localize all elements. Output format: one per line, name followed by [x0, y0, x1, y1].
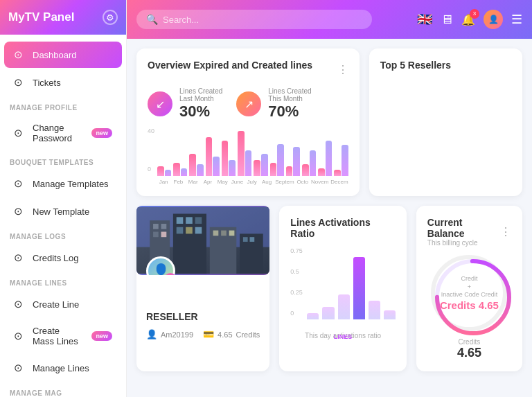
settings-icon[interactable]: ⚙ — [103, 10, 118, 25]
bar-pink-8 — [286, 166, 293, 176]
balance-title: Current Balance — [427, 217, 500, 239]
svg-rect-16 — [221, 231, 227, 236]
bar-purple-2 — [197, 164, 204, 176]
bar-purple-8 — [293, 147, 300, 176]
reseller-name: RESELLER — [146, 311, 260, 322]
sidebar-item-tickets[interactable]: ⊙ Tickets — [4, 69, 122, 96]
stat-last-month: ↙ Lines CreatedLast Month 30% — [148, 87, 222, 121]
manage-lines-icon: ⊙ — [14, 362, 26, 374]
stat-last-month-label: Lines CreatedLast Month — [179, 87, 222, 103]
bar-month-label-7: Aug — [260, 179, 273, 185]
search-input[interactable] — [163, 15, 362, 25]
new-template-icon: ⊙ — [14, 205, 26, 218]
section-bouquet-templates: BOUQUET TEMPLATES — [0, 152, 126, 169]
sidebar-item-manage-lines[interactable]: ⊙ Manage Lines — [4, 355, 122, 381]
bar-month-label-9: Octo — [296, 179, 309, 185]
sidebar-item-manage-templates[interactable]: ⊙ Manage Templates — [4, 170, 122, 197]
overview-menu-icon[interactable]: ⋮ — [337, 63, 348, 76]
manage-templates-icon: ⊙ — [14, 177, 26, 190]
bar-purple-9 — [310, 150, 317, 176]
reseller-credits-value: 4.65 — [218, 330, 232, 339]
bar-group-1 — [173, 163, 187, 176]
create-mass-lines-badge: new — [91, 331, 112, 341]
sidebar-item-tickets-label: Tickets — [33, 78, 61, 88]
overview-bar-chart — [157, 127, 348, 176]
sidebar-item-dashboard-label: Dashboard — [33, 50, 77, 60]
bar-pink-5 — [238, 131, 245, 176]
stat-this-month-label: Lines CreatedThis Month — [268, 87, 311, 103]
stat-this-month-info: Lines CreatedThis Month 70% — [268, 87, 311, 121]
card-icon: 💳 — [203, 329, 214, 339]
balance-footer-value: 4.65 — [427, 346, 511, 360]
search-icon: 🔍 — [146, 14, 158, 25]
bar-pink-7 — [270, 163, 277, 176]
bar-purple-3 — [213, 157, 220, 176]
tickets-icon: ⊙ — [14, 76, 26, 89]
change-password-badge: new — [91, 128, 112, 138]
main-content: 🔍 🇬🇧 🖥 🔔 3 👤 ☰ Overview Expired and Crea… — [127, 0, 532, 397]
monitor-icon[interactable]: 🖥 — [441, 12, 453, 27]
act-bar-5 — [384, 310, 396, 320]
search-box[interactable]: 🔍 — [136, 10, 372, 29]
bar-purple-5 — [245, 150, 252, 176]
y-label-0: 0 — [290, 310, 303, 317]
overview-card-title: Overview Expired and Created lines — [148, 60, 312, 71]
section-manage-profile: MANAGE PROFILE — [0, 97, 126, 114]
sidebar-item-new-template-label: New Template — [33, 206, 89, 217]
password-icon: ⊙ — [14, 127, 26, 139]
act-bar-0 — [307, 313, 319, 319]
bar-purple-10 — [326, 141, 332, 176]
menu-icon[interactable]: ☰ — [511, 12, 522, 27]
sidebar-item-credits-log-label: Credits Log — [33, 253, 78, 263]
activations-bars — [290, 247, 395, 330]
user-avatar[interactable]: 👤 — [484, 10, 503, 29]
sidebar-item-credits-log[interactable]: ⊙ Credits Log — [4, 245, 122, 271]
sidebar-item-create-mass-lines[interactable]: ⊙ Create Mass Lines new — [4, 319, 122, 353]
act-bar-3 — [353, 257, 365, 319]
activations-card-title: Lines ActivationsRatio — [290, 217, 395, 239]
bar-group-0 — [157, 166, 171, 176]
reseller-credits-label: Credits — [236, 330, 260, 339]
create-mass-lines-icon: ⊙ — [14, 330, 26, 342]
bar-month-label-10: Novem — [311, 179, 328, 185]
flag-icon[interactable]: 🇬🇧 — [417, 12, 432, 27]
sidebar-item-change-password[interactable]: ⊙ Change Password new — [4, 116, 122, 150]
bar-group-11 — [334, 145, 348, 176]
notifications-icon[interactable]: 🔔 3 — [461, 13, 475, 26]
content-area: Overview Expired and Created lines ⋮ ↙ L… — [127, 39, 532, 397]
bar-pink-10 — [318, 168, 325, 176]
sidebar-item-dashboard[interactable]: ⊙ Dashboard — [4, 42, 122, 68]
bar-group-4 — [222, 141, 236, 176]
balance-circle-svg — [431, 255, 515, 339]
stat-last-month-value: 30% — [179, 103, 222, 121]
bar-chart-labels: JanFebMarAprMayJuneJulyAugSeptemOctoNove… — [157, 179, 348, 185]
reseller-id: Am20199 — [161, 330, 193, 339]
bar-chart-container: 40 0 JanFebMarAprMayJuneJulyAugSeptemOct… — [148, 127, 348, 185]
reseller-details: RESELLER 👤 Am20199 💳 4.65 Credits — [136, 283, 269, 349]
y-label-025: 0.25 — [290, 289, 303, 296]
bar-pink-1 — [173, 163, 180, 176]
act-bar-2 — [338, 294, 350, 319]
bar-month-label-0: Jan — [157, 179, 170, 185]
bar-month-label-5: June — [231, 179, 243, 185]
sidebar-item-create-line[interactable]: ⊙ Create Line — [4, 291, 122, 317]
y-label-05: 0.5 — [290, 268, 303, 275]
sidebar-item-new-template[interactable]: ⊙ New Template — [4, 198, 122, 224]
topbar-icons: 🇬🇧 🖥 🔔 3 👤 ☰ — [417, 10, 522, 29]
sidebar-item-manage-lines-label: Manage Lines — [33, 363, 89, 373]
content-row-2: 👤 ✏ RESELLER 👤 Am20199 💳 4.65 Credits — [136, 206, 522, 371]
bar-purple-1 — [181, 168, 188, 176]
activations-y-labels: 0.75 0.5 0.25 0 — [290, 247, 303, 317]
balance-menu-icon[interactable]: ⋮ — [500, 225, 511, 238]
bar-month-label-6: July — [246, 179, 258, 185]
svg-rect-20 — [250, 237, 255, 242]
bar-month-label-2: Mar — [187, 179, 200, 185]
bar-pink-11 — [334, 170, 341, 176]
top5-card: Top 5 Resellers — [369, 48, 522, 196]
bar-purple-7 — [277, 144, 284, 176]
bar-month-label-4: May — [216, 179, 229, 185]
balance-card-header: Current Balance This billing cycle ⋮ — [427, 217, 511, 247]
sidebar-item-create-mass-lines-label: Create Mass Lines — [33, 326, 82, 346]
stat-down-icon: ↙ — [148, 91, 172, 116]
section-manage-lines: MANAGE LINES — [0, 272, 126, 290]
